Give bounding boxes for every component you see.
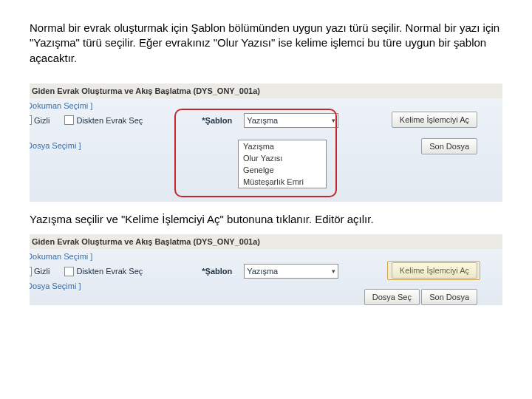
section-dosya: [ Dosya Seçimi ] (30, 282, 81, 290)
highlight-frame (174, 109, 337, 197)
section-dosya: [ Dosya Seçimi ] (30, 141, 81, 150)
second-paragraph: Yazışma seçilir ve "Kelime İşlemciyi Aç"… (30, 212, 502, 227)
checkbox-diskten-label: Diskten Evrak Seç (76, 116, 143, 125)
checkbox-gizli-label: Gizli (34, 267, 50, 276)
button-highlight (387, 261, 480, 280)
screenshot-2: Giden Evrak Oluşturma ve Akış Başlatma (… (30, 234, 502, 305)
dosya-sec-button[interactable]: Dosya Seç (364, 289, 420, 305)
sablon-combobox[interactable]: Yazışma ▾ (244, 264, 338, 279)
chevron-down-icon: ▾ (332, 267, 335, 275)
checkbox-gizli-label: Gizli (34, 116, 50, 125)
window-titlebar: Giden Evrak Oluşturma ve Akış Başlatma (… (30, 83, 502, 99)
section-dokuman: [ Dokuman Seçimi ] (30, 252, 92, 261)
sablon-label: *Şablon (202, 267, 232, 276)
checkbox-diskten-label: Diskten Evrak Seç (76, 267, 143, 276)
son-dosya-button[interactable]: Son Dosya (421, 289, 477, 305)
checkbox-gizli[interactable]: Gizli (30, 115, 50, 125)
checkbox-diskten[interactable]: Diskten Evrak Seç (64, 115, 143, 125)
intro-paragraph: Normal bir evrak oluşturmak için Şablon … (30, 21, 502, 66)
section-dokuman: [ Dokuman Seçimi ] (30, 101, 92, 110)
screenshot-1: Giden Evrak Oluşturma ve Akış Başlatma (… (30, 83, 502, 202)
checkbox-gizli[interactable]: Gizli (30, 267, 50, 276)
checkbox-diskten[interactable]: Diskten Evrak Seç (64, 267, 143, 276)
window-title: Giden Evrak Oluşturma ve Akış Başlatma (… (32, 86, 260, 95)
sablon-selected: Yazışma (247, 267, 278, 276)
window-titlebar: Giden Evrak Oluşturma ve Akış Başlatma (… (30, 234, 502, 250)
son-dosya-button[interactable]: Son Dosya (421, 138, 477, 154)
open-editor-button[interactable]: Kelime İşlemciyi Aç (392, 112, 477, 128)
window-title: Giden Evrak Oluşturma ve Akış Başlatma (… (32, 237, 260, 246)
